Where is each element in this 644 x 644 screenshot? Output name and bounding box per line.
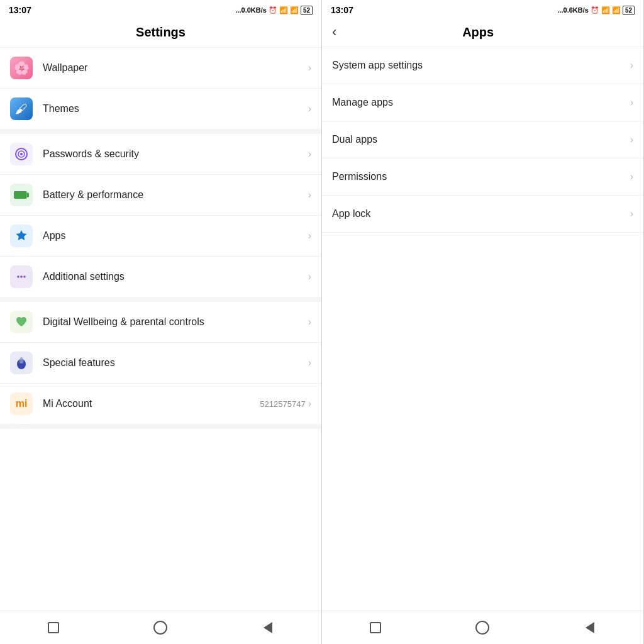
back-icon-right [586,622,594,633]
wallpaper-item[interactable]: 🌸 Wallpaper › [0,48,321,89]
dual-apps-chevron: › [630,134,633,145]
additional-label: Additional settings [43,271,308,282]
alarm-icon-right: ⏰ [591,6,599,14]
app-lock-chevron: › [630,208,633,219]
apps-header: ‹ Apps [322,18,643,47]
circle-icon-left [153,621,167,635]
special-item[interactable]: Special features › [0,343,321,384]
nav-bar-right [322,611,643,644]
svg-rect-3 [14,191,27,199]
circle-icon-right [475,621,489,635]
system-app-settings-item[interactable]: System app settings › [322,47,643,84]
system-app-settings-label: System app settings [332,60,630,71]
wellbeing-icon [10,311,33,333]
apps-panel: 13:07 ...0.6KB/s ⏰ 📶 📶 52 ‹ Apps System … [322,0,644,644]
mi-account-chevron: › [308,398,311,409]
settings-title: Settings [0,18,321,48]
additional-chevron: › [308,271,311,282]
nav-back-left[interactable] [259,619,277,636]
themes-icon: 🖌 [10,97,33,120]
battery-icon [10,184,33,206]
time-right: 13:07 [331,5,353,15]
apps-title: Apps [344,25,612,40]
back-button[interactable]: ‹ [332,24,336,40]
permissions-label: Permissions [332,171,630,182]
status-icons-right: ...0.6KB/s ⏰ 📶 📶 52 [557,6,635,15]
apps-label: Apps [43,230,308,242]
nav-square-right[interactable] [367,619,384,636]
network-speed-left: ...0.0KB/s [235,6,267,14]
alarm-icon: ⏰ [269,6,277,14]
additional-icon [10,265,33,288]
signal-icon: 📶 [279,6,288,14]
wallpaper-icon: 🌸 [10,57,33,79]
svg-point-8 [23,275,26,278]
wellbeing-item[interactable]: Digital Wellbeing & parental controls › [0,302,321,343]
manage-apps-chevron: › [630,97,633,108]
mi-account-icon: mi [10,392,33,415]
signal-icon-right: 📶 [601,6,610,14]
additional-item[interactable]: Additional settings › [0,257,321,297]
app-lock-item[interactable]: App lock › [322,196,643,233]
apps-chevron: › [308,230,311,242]
status-bar-right: 13:07 ...0.6KB/s ⏰ 📶 📶 52 [322,0,643,18]
svg-point-11 [20,357,23,360]
themes-label: Themes [43,103,308,114]
svg-point-2 [20,153,23,155]
wallpaper-label: Wallpaper [43,62,308,74]
battery-right: 52 [623,6,635,15]
mi-account-number: 5212575747 [260,399,305,409]
battery-label: Battery & performance [43,189,308,201]
nav-home-left[interactable] [152,619,169,636]
square-icon-left [48,622,59,633]
dual-apps-item[interactable]: Dual apps › [322,121,643,158]
status-bar-left: 13:07 ...0.0KB/s ⏰ 📶 📶 52 [0,0,321,18]
settings-list: 🌸 Wallpaper › 🖌 Themes › Pa [0,48,321,611]
appearance-group: 🌸 Wallpaper › 🖌 Themes › [0,48,321,134]
wellbeing-chevron: › [308,316,311,328]
system-app-settings-chevron: › [630,60,633,71]
mi-account-item[interactable]: mi Mi Account 5212575747 › [0,384,321,424]
permissions-chevron: › [630,171,633,182]
square-icon-right [370,622,381,633]
svg-rect-4 [27,193,29,197]
manage-apps-item[interactable]: Manage apps › [322,84,643,121]
themes-chevron: › [308,103,311,114]
wellbeing-label: Digital Wellbeing & parental controls [43,316,308,328]
battery-left: 52 [301,6,313,15]
special-label: Special features [43,357,308,369]
wallpaper-chevron: › [308,62,311,74]
battery-item[interactable]: Battery & performance › [0,175,321,216]
svg-point-7 [20,275,23,278]
status-icons-left: ...0.0KB/s ⏰ 📶 📶 52 [235,6,313,15]
settings-panel: 13:07 ...0.0KB/s ⏰ 📶 📶 52 Settings 🌸 Wal… [0,0,322,644]
apps-list: System app settings › Manage apps › Dual… [322,47,643,611]
nav-back-right[interactable] [581,619,599,636]
back-icon-left [264,622,272,633]
nav-square-left[interactable] [45,619,62,636]
svg-point-6 [17,275,19,278]
special-chevron: › [308,357,311,369]
wifi-icon-right: 📶 [612,6,621,14]
passwords-chevron: › [308,148,311,160]
nav-bar-left [0,611,321,644]
mi-account-label: Mi Account [43,398,260,409]
wellbeing-group: Digital Wellbeing & parental controls › … [0,302,321,429]
network-speed-right: ...0.6KB/s [557,6,589,14]
permissions-item[interactable]: Permissions › [322,158,643,196]
themes-item[interactable]: 🖌 Themes › [0,89,321,129]
battery-chevron: › [308,189,311,201]
passwords-icon [10,143,33,165]
nav-home-right[interactable] [474,619,491,636]
wifi-icon: 📶 [290,6,299,14]
manage-apps-label: Manage apps [332,97,630,108]
apps-item[interactable]: Apps › [0,216,321,257]
system-group: Passwords & security › Battery & perform… [0,134,321,302]
dual-apps-label: Dual apps [332,134,630,145]
apps-icon [10,225,33,247]
time-left: 13:07 [9,5,31,15]
passwords-label: Passwords & security [43,148,308,160]
special-icon [10,352,33,374]
passwords-item[interactable]: Passwords & security › [0,134,321,175]
app-lock-label: App lock [332,208,630,219]
